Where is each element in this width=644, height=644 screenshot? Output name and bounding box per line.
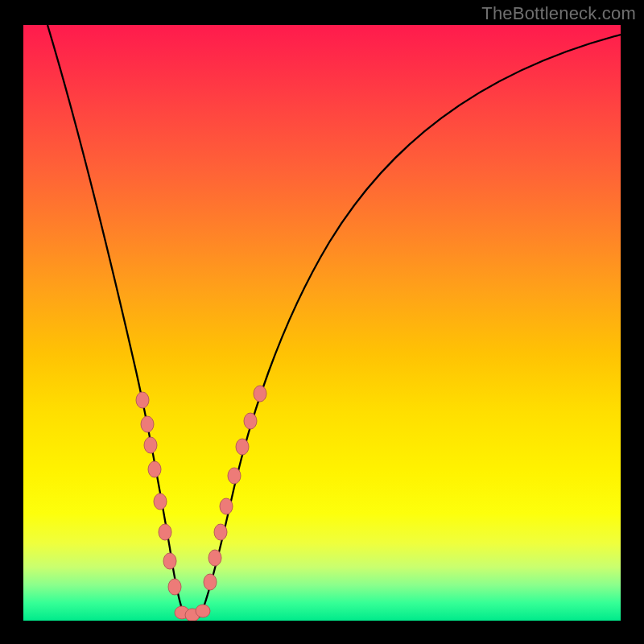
markers-bottom xyxy=(175,605,210,621)
svg-point-5 xyxy=(159,524,171,540)
svg-point-16 xyxy=(236,439,249,455)
chart-frame: TheBottleneck.com xyxy=(0,0,644,644)
svg-point-6 xyxy=(163,553,176,569)
svg-point-10 xyxy=(196,605,210,617)
svg-point-14 xyxy=(220,498,233,514)
curve-path xyxy=(47,25,621,618)
svg-point-12 xyxy=(208,550,221,566)
svg-point-0 xyxy=(136,392,149,408)
markers-left xyxy=(136,392,181,595)
svg-point-15 xyxy=(228,468,241,484)
svg-point-7 xyxy=(168,579,181,595)
svg-point-1 xyxy=(141,416,154,432)
svg-point-11 xyxy=(204,574,217,590)
watermark-text: TheBottleneck.com xyxy=(481,3,636,24)
markers-right xyxy=(204,386,266,590)
svg-point-18 xyxy=(254,386,266,402)
svg-point-13 xyxy=(214,524,227,540)
bottleneck-curve xyxy=(23,25,621,621)
svg-point-3 xyxy=(148,461,161,477)
svg-point-4 xyxy=(154,493,167,510)
svg-point-17 xyxy=(244,413,257,429)
svg-point-2 xyxy=(144,437,157,453)
plot-area xyxy=(23,25,621,621)
